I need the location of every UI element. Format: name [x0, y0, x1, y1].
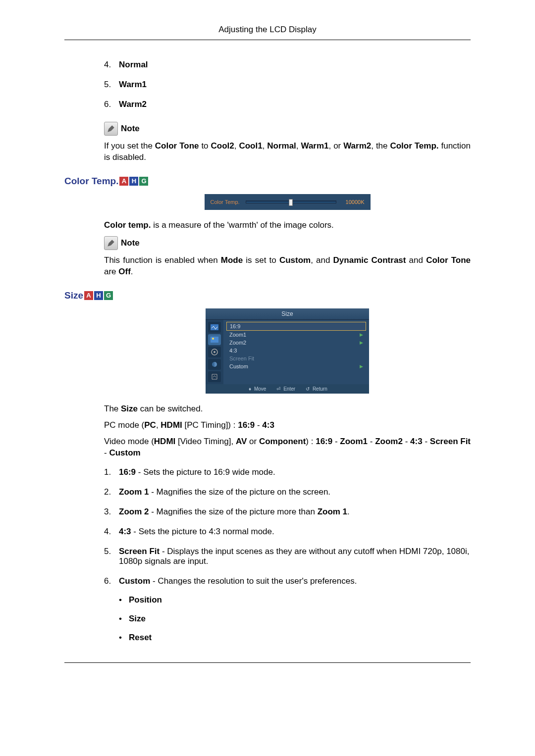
tag-g-icon: G: [139, 177, 148, 186]
heading-text: Color Temp.: [64, 176, 118, 187]
text-bold: Zoom 1: [119, 487, 149, 497]
menu-item-zoom2: Zoom2▶: [226, 339, 366, 347]
svg-point-2: [212, 338, 214, 340]
colortemp-description: Color temp. is a measure of the 'warmth'…: [104, 220, 471, 231]
note-block: Note: [104, 122, 471, 136]
text-bold: Size: [129, 614, 146, 623]
tag-h-icon: H: [94, 291, 103, 300]
text: .: [131, 267, 133, 276]
heading-text: Size: [64, 290, 83, 301]
colortemp-figure: Color Temp. 10000K: [104, 194, 471, 210]
text: is set to: [243, 255, 279, 265]
menu-item-label: Zoom1: [229, 332, 246, 338]
text: to: [199, 141, 211, 151]
text: can be switched.: [138, 404, 203, 413]
svg-rect-1: [211, 337, 218, 343]
text: -: [104, 448, 109, 457]
text-bold: 4:3: [410, 437, 423, 446]
text: or: [247, 437, 259, 446]
size-heading: Size AHG: [64, 290, 471, 301]
text-bold: Custom: [279, 255, 311, 265]
text-bold: Zoom1: [340, 437, 368, 446]
menu-item-custom: Custom▶: [226, 362, 366, 370]
video-mode-line: Video mode (HDMI [Video Timing], AV or C…: [104, 436, 471, 459]
text-bold: Cool2: [211, 141, 234, 151]
text-bold: Zoom 1: [318, 507, 347, 516]
text: ) :: [306, 437, 316, 446]
page-header: Adjusting the LCD Display: [64, 25, 471, 40]
text: -: [403, 437, 410, 446]
menu-item-label: Screen Fit: [229, 355, 254, 361]
slider-value: 10000K: [342, 199, 365, 205]
menu-item-label: 4:3: [229, 348, 237, 353]
sidebar-icon: [208, 347, 221, 357]
text-bold: 16:9: [238, 420, 255, 430]
list-item: 2.Zoom 1 - Magnifies the size of the pic…: [104, 487, 471, 497]
text-bold: Cool1: [239, 141, 262, 151]
text: - Displays the input scenes as they are …: [119, 547, 469, 566]
text-bold: Color temp.: [104, 220, 151, 230]
content-area: 4.Normal 5.Warm1 6.Warm2 Note If you set…: [104, 60, 471, 643]
note-label: Note: [121, 238, 140, 248]
text: , or: [329, 141, 344, 151]
list-item: 6.Custom - Changes the resolution to sui…: [104, 576, 471, 643]
tag-a-icon: A: [119, 177, 128, 186]
menu-sidebar: [206, 320, 223, 384]
text: ,: [156, 420, 160, 430]
list-number: 4.: [104, 527, 119, 537]
list-item: 1.16:9 - Sets the picture to 16:9 wide m…: [104, 467, 471, 477]
text-bold: Screen Fit: [430, 437, 471, 446]
sidebar-icon: [208, 371, 221, 382]
text-bold: Reset: [129, 633, 152, 642]
menu-item-label: Custom: [229, 363, 248, 369]
footer-divider: [64, 662, 471, 663]
text: is a measure of the 'warmth' of the imag…: [151, 220, 333, 230]
text-bold: Normal: [267, 141, 296, 151]
tag-a-icon: A: [84, 291, 93, 300]
menu-footer: ♦ Move ⏎ Enter ↺ Return: [206, 384, 369, 394]
text: - Magnifies the size of the picture on t…: [149, 487, 330, 497]
list-number: 1.: [104, 467, 119, 477]
slider-track: [246, 201, 336, 203]
text: -: [423, 437, 430, 446]
size-menu: Size 16:9 Zoom1▶ Zoom2▶ 4:3 Screen Fit C…: [206, 308, 369, 394]
list-item: 4.4:3 - Sets the picture to 4:3 normal m…: [104, 527, 471, 537]
tag-h-icon: H: [129, 177, 138, 186]
text: and: [406, 255, 426, 265]
list-label: Normal: [119, 60, 148, 70]
text-bold: 16:9: [316, 437, 332, 446]
note-icon: [104, 122, 118, 136]
size-figure: Size 16:9 Zoom1▶ Zoom2▶ 4:3 Screen Fit C…: [104, 308, 471, 394]
sidebar-icon: [208, 322, 221, 333]
text-bold: Color Temp.: [390, 141, 438, 151]
custom-sublist: Position Size Reset: [119, 595, 471, 643]
note-label: Note: [121, 124, 140, 134]
text: This function is enabled when: [104, 255, 221, 265]
pc-mode-line: PC mode (PC, HDMI [PC Timing]) : 16:9 - …: [104, 420, 471, 431]
text: -: [368, 437, 375, 446]
text: Video mode (: [104, 437, 154, 446]
text-bold: HDMI: [160, 420, 182, 430]
menu-list: 16:9 Zoom1▶ Zoom2▶ 4:3 Screen Fit Custom…: [223, 320, 369, 384]
text-bold: 4:3: [119, 527, 131, 536]
size-list: 1.16:9 - Sets the picture to 16:9 wide m…: [104, 467, 471, 643]
text: The: [104, 404, 121, 413]
text: [Video Timing],: [175, 437, 236, 446]
list-number: 4.: [104, 60, 119, 70]
list-number: 3.: [104, 507, 119, 517]
list-item: 5.Warm1: [104, 80, 471, 90]
text-bold: Mode: [221, 255, 243, 265]
text: .: [347, 507, 350, 516]
text-bold: Zoom 2: [119, 507, 149, 516]
list-label: Warm2: [119, 100, 147, 109]
text-bold: Color Tone: [155, 141, 199, 151]
text-bold: Zoom2: [375, 437, 403, 446]
colortemp-slider: Color Temp. 10000K: [205, 194, 371, 210]
footer-enter: ⏎ Enter: [275, 386, 295, 392]
list-item: 4.Normal: [104, 60, 471, 70]
text-bold: 4:3: [262, 420, 274, 430]
text-bold: Screen Fit: [119, 547, 160, 556]
text: are: [104, 267, 118, 276]
text-bold: Warm2: [343, 141, 371, 151]
text-bold: 16:9: [119, 467, 136, 477]
